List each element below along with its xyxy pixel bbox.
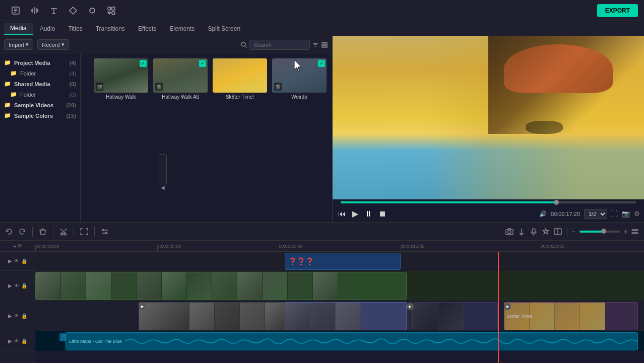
svg-rect-18 — [632, 233, 638, 234]
track-eye-icon3[interactable]: 👁 — [14, 313, 19, 319]
sidebar-item-folder[interactable]: 📁 Folder (4) — [0, 68, 80, 79]
undo-btn[interactable] — [4, 227, 14, 237]
sidebar-item-shared-media[interactable]: 📁 Shared Media (0) — [0, 79, 80, 89]
export-button[interactable]: EXPORT — [597, 4, 638, 17]
fit-btn[interactable] — [79, 227, 89, 237]
svg-rect-17 — [632, 230, 638, 231]
track-lock-icon[interactable]: 🔒 — [21, 258, 27, 264]
effects-toolbar-btn[interactable] — [85, 6, 100, 15]
secondary-clip3[interactable] — [413, 302, 498, 330]
play-btn[interactable]: ▶ — [351, 207, 360, 220]
media-grid: 🎬 ✓ Hallway Walk — [89, 53, 332, 222]
media-item-weirdo[interactable]: 🎬 ✓ Weirdo — [272, 58, 327, 100]
sidebar-item-project-media[interactable]: 📁 Project Media (4) — [0, 57, 80, 68]
svg-rect-5 — [322, 42, 324, 44]
audio-toolbar-btn[interactable] — [27, 6, 42, 15]
timeline-ruler: 00:00:00:00 00:00:05:00 00:00:10:00 00:0… — [35, 241, 644, 252]
svg-point-9 — [61, 233, 63, 235]
video-preview — [333, 36, 644, 199]
progress-bar[interactable] — [341, 201, 636, 203]
split-screen-btn[interactable] — [553, 227, 563, 237]
track-play-icon4[interactable]: ▶ — [8, 338, 12, 344]
track-play-icon3[interactable]: ▶ — [8, 313, 12, 319]
sidebar-item-sample-colors[interactable]: 📁 Sample Colors (15) — [0, 110, 80, 121]
sidebar-collapse-btn[interactable]: ◀ — [159, 154, 167, 185]
nav-tabs: Media Audio Titles Transitions Effects E… — [0, 21, 644, 36]
grid-icon[interactable] — [321, 41, 328, 48]
cut-btn[interactable] — [58, 227, 69, 237]
secondary-clip2[interactable] — [285, 302, 407, 330]
playhead[interactable] — [498, 252, 499, 363]
zoom-out-icon[interactable]: − — [571, 228, 575, 236]
tab-effects[interactable]: Effects — [132, 23, 162, 34]
progress-bar-container[interactable] — [333, 199, 644, 205]
tab-media[interactable]: Media — [4, 23, 33, 35]
track-eye-icon2[interactable]: 👁 — [14, 283, 19, 288]
track-eye-icon[interactable]: 👁 — [14, 258, 19, 264]
zoom-in-icon[interactable]: + — [624, 228, 628, 236]
media-item-hallway-walk-alt[interactable]: 🎬 ✓ Hallway Walk Alt — [153, 58, 208, 100]
project-toolbar-btn[interactable] — [8, 6, 23, 15]
redo-btn[interactable] — [17, 227, 27, 237]
clip-play-icon2[interactable]: ▶ — [407, 303, 414, 310]
prev-frame-btn[interactable]: ⏮ — [337, 208, 348, 220]
camera-icon-btn[interactable] — [504, 227, 514, 237]
tab-transitions[interactable]: Transitions — [90, 23, 131, 34]
search-icon — [240, 41, 247, 48]
transitions-toolbar-btn[interactable] — [66, 6, 81, 15]
tab-titles[interactable]: Titles — [62, 23, 88, 34]
sk8ter-clip[interactable]: Sk8ter Time! — [504, 302, 638, 330]
sidebar-item-folder2[interactable]: 📁 Folder (0) — [0, 89, 80, 100]
tab-elements[interactable]: Elements — [163, 23, 201, 34]
marker-btn[interactable] — [517, 227, 527, 237]
record-button[interactable]: Record ▾ — [37, 39, 69, 50]
search-input[interactable] — [249, 40, 310, 50]
track-lock-icon3[interactable]: 🔒 — [21, 313, 27, 319]
fullscreen-icon[interactable]: ⛶ — [611, 210, 618, 217]
screenshot-icon[interactable]: 📷 — [622, 210, 630, 217]
svg-rect-3 — [112, 7, 115, 10]
adjust-btn[interactable] — [100, 227, 110, 237]
tab-audio[interactable]: Audio — [34, 23, 61, 34]
mic-btn[interactable] — [529, 227, 539, 237]
effect-btn[interactable] — [541, 227, 551, 237]
main-video-clip[interactable] — [35, 272, 407, 300]
title-toolbar-btn[interactable] — [46, 6, 61, 15]
track-lock-icon4[interactable]: 🔒 — [21, 338, 27, 344]
waveform-svg — [125, 335, 637, 347]
pause-btn[interactable]: ⏸ — [363, 208, 374, 220]
zoom-slider[interactable] — [579, 231, 620, 233]
elements-toolbar-btn[interactable] — [104, 6, 119, 15]
video-icon3: 🎬 — [275, 85, 281, 90]
delete-btn[interactable] — [38, 227, 48, 237]
title-clip[interactable]: ❓❓❓ — [285, 253, 401, 270]
track-lock-icon2[interactable]: 🔒 — [21, 283, 27, 288]
filter-icon[interactable] — [312, 41, 319, 48]
track-eye-icon4[interactable]: 👁 — [14, 338, 19, 344]
media-item-sk8ter-time[interactable]: Sk8ter Time! — [213, 58, 267, 100]
folder-icon4: 📁 — [4, 112, 11, 119]
video-track1-header: ▶ 👁 🔒 — [0, 271, 35, 301]
tab-splitscreen[interactable]: Split Screen — [202, 23, 246, 34]
panel-header: Import ▾ Record ▾ — [0, 36, 332, 53]
media-item-hallway-walk[interactable]: 🎬 ✓ Hallway Walk — [94, 58, 148, 100]
import-button[interactable]: Import ▾ — [4, 39, 33, 50]
quality-select[interactable]: 1/2 1/1 1/4 — [584, 209, 607, 219]
track-play-icon[interactable]: ▶ — [8, 258, 12, 264]
title-track-header: ▶ 👁 🔒 — [0, 252, 35, 271]
settings-icon[interactable]: ⚙ — [634, 210, 640, 217]
add-track-btn[interactable]: + — [13, 243, 16, 249]
clip-icon: ❓❓❓ — [288, 257, 314, 265]
audio-clip[interactable]: Little Maps - Out The Blue — [66, 332, 638, 350]
settings-timeline-btn[interactable] — [630, 227, 640, 237]
stop-btn[interactable]: ⏹ — [377, 208, 388, 220]
sidebar-item-sample-videos[interactable]: 📁 Sample Videos (20) — [0, 100, 80, 110]
track-play-icon2[interactable]: ▶ — [8, 283, 12, 288]
track-controls: + ⟳ ▶ 👁 🔒 ▶ 👁 🔒 — [0, 241, 35, 363]
timeline-toolbar: − + — [0, 223, 644, 241]
volume-icon: 🔊 — [539, 210, 547, 217]
svg-point-4 — [241, 42, 245, 46]
top-toolbar: EXPORT — [0, 0, 644, 21]
dropdown-arrow-icon2: ▾ — [61, 41, 65, 48]
video-track2-header: ▶ 👁 🔒 — [0, 301, 35, 331]
